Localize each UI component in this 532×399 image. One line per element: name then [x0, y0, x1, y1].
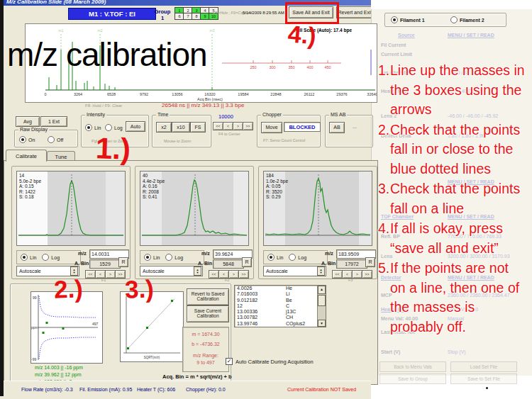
spinner-icon[interactable]: ▲▼: [194, 266, 201, 276]
checkbox-icon[interactable]: ✓: [226, 358, 233, 365]
lin-radio[interactable]: Lin: [144, 254, 160, 261]
mass-row[interactable]: 12C: [235, 303, 326, 309]
window-title: M/z Calibration Slide (08 March 2009): [6, 0, 106, 5]
peak-panel-3: 1841.0e-2 bpe A: 0.05R: 3520S: 0.29 Lin …: [258, 166, 377, 279]
intensity-lin-radio[interactable]: Lin: [85, 124, 101, 131]
svg-text:32640: 32640: [367, 92, 377, 96]
peak-plot-1[interactable]: 145.0e-2 bpe A: 0.15R: 1422S: 0.18: [16, 171, 126, 246]
scroll-up-icon[interactable]: ▲: [318, 286, 326, 294]
intensity-auto-button[interactable]: Auto: [126, 121, 145, 132]
step-right2-button[interactable]: >>: [238, 270, 249, 279]
mode-box[interactable]: M1 : V.TOF : EI: [68, 8, 156, 20]
peak-plot-2[interactable]: 404.4e-2 bpe A: 0.16R: 2008S: 0.41: [140, 171, 249, 246]
lin-radio[interactable]: Lin: [21, 254, 36, 261]
raw-display-group: Raw Display On Off: [14, 130, 78, 147]
time-fs-button[interactable]: FS: [190, 122, 206, 133]
autoscale-combo[interactable]: Autoscale ▲▼: [263, 266, 326, 276]
pan-cluster: 10000 << < > >> F4 to Center: [213, 112, 253, 146]
status-heater-temp: Heater T (C): 606: [137, 387, 175, 392]
pan-next-button[interactable]: >: [233, 122, 243, 130]
pan-first-button[interactable]: <<: [213, 122, 223, 130]
calibration-formula: Acq. Bin = m * sqrt(m/z) + b: [162, 373, 232, 380]
x-axis-ticks: 0 3264 6528 9792 13056 16320 19584 22848…: [44, 92, 377, 96]
step-right-button[interactable]: >: [352, 270, 362, 279]
svg-text:0: 0: [44, 92, 46, 96]
mass-row[interactable]: 13.99746COplus2: [235, 321, 326, 327]
spinner-icon[interactable]: ▲▼: [317, 266, 325, 276]
revert-calibration-button[interactable]: Revert to Saved Calibration: [187, 288, 229, 305]
radio-dot-icon: [144, 254, 151, 261]
lin-radio[interactable]: Lin: [267, 254, 283, 261]
group-number: 1: [161, 15, 164, 21]
scroll-thumb[interactable]: [318, 295, 326, 306]
step-right2-button[interactable]: >>: [362, 270, 372, 279]
step-right-button[interactable]: >: [105, 270, 116, 279]
mz-field-label: m/z: [325, 251, 333, 256]
datetime: 5/14/2009 8:29:55 AM: [243, 11, 284, 15]
instruction-item: 3.Check that the points fall on a line: [378, 179, 527, 218]
mass-row[interactable]: 13.00336j13C: [235, 309, 326, 315]
save-to-group-button[interactable]: Save to Group: [379, 373, 446, 384]
load-set-file-button[interactable]: Load Set File: [450, 361, 517, 372]
mz-ruler-tick: 250: [250, 65, 256, 69]
instruction-item: 1.Line up the masses in the 3 boxes usin…: [378, 61, 527, 120]
raw-off-radio[interactable]: Off: [48, 136, 63, 143]
cursor-readout: 26548 ns || m/z 349.13 || 3.3 bpe: [162, 102, 244, 108]
step4-annotation: 4.): [287, 20, 317, 50]
auto-calibrate-checkbox[interactable]: ✓ Auto Calibrate During Acquisition: [226, 358, 314, 365]
reset-button[interactable]: R: [242, 257, 252, 267]
one-ext-button[interactable]: 1 Ext: [40, 116, 67, 127]
time-x10-button[interactable]: x10: [172, 122, 190, 133]
time-x2-button[interactable]: x2: [156, 122, 172, 133]
scroll-down-icon[interactable]: ▼: [318, 320, 326, 327]
mode-box-label: M1 : V.TOF : EI: [89, 10, 135, 18]
tab-calibrate[interactable]: Calibrate: [6, 150, 47, 162]
intensity-log-radio[interactable]: Log: [105, 124, 123, 131]
residual-points: [43, 322, 65, 334]
step-left2-button[interactable]: <<: [209, 270, 219, 279]
abin-input: 5848: [213, 259, 244, 269]
mass-row[interactable]: 9.012182Be: [235, 298, 326, 303]
ab-button[interactable]: AB: [329, 122, 345, 133]
reset-button[interactable]: R: [365, 257, 375, 267]
mass-list-scrollbar[interactable]: ▲ ▼: [317, 286, 326, 327]
mass-row[interactable]: 4.0026He: [235, 286, 326, 291]
log-radio[interactable]: Log: [165, 254, 183, 261]
step2-annotation: 2.): [53, 274, 83, 303]
svg-text:13056: 13056: [172, 92, 182, 96]
instruction-overlay: 1.Line up the masses in the 3 boxes usin…: [378, 61, 527, 337]
msab-group: MS AB AB ...: [325, 115, 373, 147]
fit-xlabel: SQRT(m/z): [144, 356, 160, 359]
save-to-set-file-button[interactable]: Save to Set File: [450, 373, 517, 384]
mass-reference-list[interactable]: 4.0026He 7.016003Li 9.012182Be 12C 13.00…: [234, 285, 326, 327]
step-left2-button[interactable]: <<: [85, 270, 96, 279]
intensity-title: Intensity: [85, 112, 106, 117]
fit-b-value: b = -4736.32: [183, 342, 228, 347]
auto-calibrate-label: Auto Calibrate During Acquisition: [235, 359, 314, 365]
reset-button[interactable]: R: [118, 257, 128, 267]
peak-plot-3[interactable]: 1841.0e-2 bpe A: 0.05R: 3520S: 0.29: [263, 171, 372, 246]
group-selector-grid[interactable]: 1 2 3 4 5 6 7 8 9 10: [174, 7, 217, 18]
mass-row[interactable]: 7.016003Li: [235, 291, 326, 297]
raw-on-radio[interactable]: On: [19, 136, 35, 143]
status-calibration-warning: Current Calibration NOT Saved: [287, 387, 356, 392]
instruction-item: 4.If all is okay, press “save all and ex…: [378, 219, 527, 258]
radio-dot-icon: [289, 254, 296, 261]
log-radio[interactable]: Log: [289, 254, 306, 261]
chopper-move-button[interactable]: Move: [261, 122, 282, 133]
step-right-button[interactable]: >: [228, 270, 239, 279]
avg-button[interactable]: Avg: [16, 116, 40, 127]
mz-ruler-tick: 450: [324, 65, 331, 69]
abin-field-label: A. Bin: [198, 261, 212, 266]
chopper-hint: F7: Servo Count Control: [263, 138, 305, 142]
revert-exit-button[interactable]: Revert and Exit: [336, 6, 374, 18]
step-left2-button[interactable]: <<: [332, 270, 343, 279]
save-calibration-button[interactable]: Save Current Calibration: [187, 305, 229, 322]
abin-field-label: A. Bin: [74, 261, 89, 266]
mass-row[interactable]: 13.00782CH: [235, 315, 326, 320]
pan-prev-button[interactable]: <: [223, 122, 233, 130]
pan-last-button[interactable]: >>: [243, 122, 253, 130]
back-to-menu-vals-button[interactable]: Back to Menu Vals: [379, 361, 446, 372]
mz-calibration-screen: M/z Calibration Slide (08 March 2009) M1…: [0, 0, 532, 399]
log-radio[interactable]: Log: [42, 254, 60, 261]
